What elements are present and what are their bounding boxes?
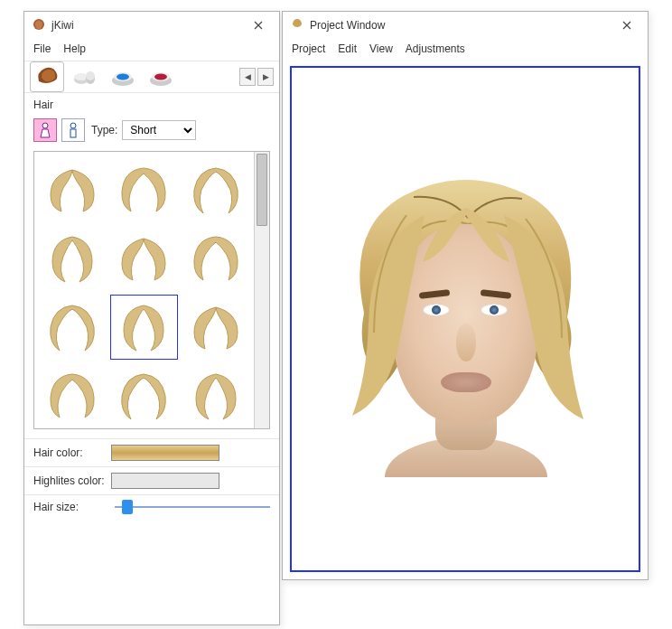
svg-point-11 (42, 123, 48, 128)
hair-thumb[interactable] (110, 226, 179, 291)
hair-thumb[interactable] (38, 226, 107, 291)
close-icon[interactable] (245, 15, 272, 35)
menu-view[interactable]: View (369, 42, 393, 55)
hair-thumb[interactable] (38, 157, 107, 222)
gender-male-button[interactable] (61, 118, 85, 142)
menu-help[interactable]: Help (63, 42, 86, 55)
highlites-label: Highlites color: (33, 474, 106, 487)
tab-lipstick[interactable] (144, 61, 178, 92)
hair-size-label: Hair size: (33, 501, 106, 513)
menu-project[interactable]: Project (292, 42, 325, 55)
hair-controls: Type: Short (24, 115, 279, 146)
hair-thumb[interactable] (38, 363, 107, 428)
project-close-icon[interactable] (613, 15, 640, 35)
hair-thumb[interactable] (38, 295, 107, 360)
hair-thumb[interactable] (110, 295, 179, 360)
hair-thumb[interactable] (110, 363, 179, 428)
hair-size-handle[interactable] (122, 500, 133, 514)
hair-thumb[interactable] (182, 295, 250, 360)
hair-size-slider[interactable] (115, 506, 270, 508)
svg-point-12 (70, 123, 76, 128)
svg-rect-13 (70, 129, 76, 137)
jkiwi-window: jKiwi File Help ◀ ▶ Hair (23, 11, 280, 625)
hair-color-row: Hair color: (24, 438, 279, 466)
hair-type-select[interactable]: Short (122, 120, 196, 140)
project-menubar: Project Edit View Adjustments (283, 39, 648, 61)
category-toolbar: ◀ ▶ (24, 61, 279, 93)
preview-frame[interactable] (290, 66, 640, 572)
gallery-scrollbar[interactable] (254, 152, 269, 428)
svg-point-4 (86, 71, 95, 80)
scrollbar-thumb[interactable] (257, 154, 267, 226)
highlites-row: Highlites color: (24, 466, 279, 494)
type-label: Type: (91, 124, 117, 136)
hair-thumb[interactable] (110, 157, 179, 222)
hair-thumb[interactable] (182, 363, 250, 428)
project-title-text: Project Window (310, 19, 385, 32)
title-text: jKiwi (51, 19, 74, 32)
hair-color-label: Hair color: (33, 446, 106, 459)
gender-female-button[interactable] (33, 118, 57, 142)
tab-eyeshadow[interactable] (106, 61, 140, 92)
project-titlebar: Project Window (283, 12, 648, 39)
jkiwi-titlebar: jKiwi (24, 12, 279, 39)
tab-hair[interactable] (30, 61, 64, 92)
tabs-prev-button[interactable]: ◀ (239, 68, 256, 86)
tabs-next-button[interactable]: ▶ (257, 68, 274, 86)
jkiwi-menubar: File Help (24, 39, 279, 61)
app-icon (32, 18, 46, 33)
menu-edit[interactable]: Edit (338, 42, 357, 55)
hair-thumb[interactable] (182, 226, 250, 291)
hair-gallery (33, 151, 270, 429)
svg-point-10 (154, 74, 167, 80)
svg-point-7 (117, 74, 129, 80)
preview-head (334, 161, 596, 477)
project-window: Project Window Project Edit View Adjustm… (282, 11, 649, 580)
preview-area (283, 61, 648, 579)
highlites-swatch[interactable] (111, 473, 219, 489)
menu-file[interactable]: File (33, 42, 51, 55)
project-icon (290, 18, 304, 33)
hair-color-swatch[interactable] (111, 445, 219, 461)
section-label: Hair (24, 93, 279, 115)
tab-accessories[interactable] (68, 61, 102, 92)
hair-size-row: Hair size: (24, 494, 279, 519)
menu-adjustments[interactable]: Adjustments (406, 42, 465, 55)
hair-thumb[interactable] (182, 157, 250, 222)
